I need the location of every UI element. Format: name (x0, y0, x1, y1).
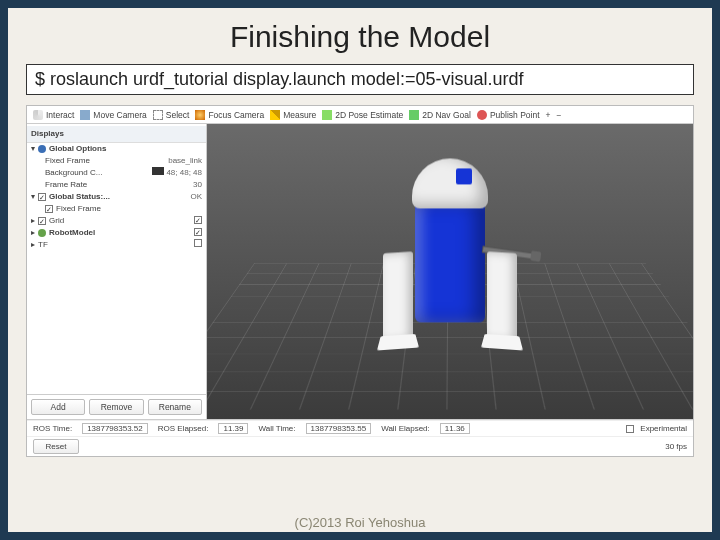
publish-point-button[interactable]: Publish Point (477, 110, 540, 120)
checkbox[interactable] (194, 216, 202, 224)
slide-inner: Finishing the Model $ roslaunch urdf_tut… (8, 8, 712, 532)
time-bar: ROS Time: 1387798353.52 ROS Elapsed: 11.… (27, 420, 693, 436)
fps-display: 30 fps (665, 442, 687, 451)
robot-foot (377, 333, 419, 350)
wall-time-label: Wall Time: (258, 424, 295, 433)
nav-goal-icon (409, 110, 419, 120)
status-bars: ROS Time: 1387798353.52 ROS Elapsed: 11.… (27, 419, 693, 456)
tree-robot-model[interactable]: ▸ RobotModel (27, 227, 206, 239)
select-icon (153, 110, 163, 120)
wall-elapsed-label: Wall Elapsed: (381, 424, 430, 433)
displays-tree[interactable]: Displays ▾ Global Options Fixed Framebas… (27, 124, 206, 394)
remove-button[interactable]: Remove (89, 399, 143, 415)
robot-foot (481, 333, 523, 350)
focus-camera-button[interactable]: Focus Camera (195, 110, 264, 120)
ros-time-label: ROS Time: (33, 424, 72, 433)
measure-icon (270, 110, 280, 120)
publish-point-icon (477, 110, 487, 120)
robot-eye (456, 168, 472, 184)
checkbox[interactable] (194, 239, 202, 247)
rviz-toolbar: Interact Move Camera Select Focus Camera… (27, 106, 693, 124)
robot-head (412, 158, 488, 208)
robot-leg-right (487, 251, 517, 341)
slide: Finishing the Model $ roslaunch urdf_tut… (0, 0, 720, 540)
bottom-bar: Reset 30 fps (27, 436, 693, 456)
robot-icon (38, 229, 46, 237)
tree-frame-rate[interactable]: Frame Rate30 (27, 179, 206, 191)
nav-goal-button[interactable]: 2D Nav Goal (409, 110, 471, 120)
robot-model (415, 202, 485, 322)
displays-panel: Displays ▾ Global Options Fixed Framebas… (27, 124, 207, 419)
tree-fixed-frame-2[interactable]: Fixed Frame (27, 203, 206, 215)
rviz-main: Displays ▾ Global Options Fixed Framebas… (27, 124, 693, 419)
wall-time-value: 1387798353.55 (306, 423, 372, 434)
pose-estimate-button[interactable]: 2D Pose Estimate (322, 110, 403, 120)
experimental-checkbox[interactable] (626, 425, 634, 433)
check-icon (45, 205, 53, 213)
command-box: $ roslaunch urdf_tutorial display.launch… (26, 64, 694, 95)
move-camera-icon (80, 110, 90, 120)
displays-buttons: Add Remove Rename (27, 394, 206, 419)
tree-background[interactable]: Background C... 48; 48; 48 (27, 167, 206, 179)
rviz-window: Interact Move Camera Select Focus Camera… (26, 105, 694, 457)
status-ok-icon (38, 193, 46, 201)
reset-button[interactable]: Reset (33, 439, 79, 454)
ros-elapsed-value: 11.39 (218, 423, 248, 434)
add-button[interactable]: Add (31, 399, 85, 415)
tree-tf[interactable]: ▸ TF (27, 239, 206, 251)
toolbar-minus-button[interactable]: − (557, 110, 562, 120)
tree-global-options[interactable]: ▾ Global Options (27, 143, 206, 155)
check-icon (38, 217, 46, 225)
wall-elapsed-value: 11.36 (440, 423, 470, 434)
move-camera-button[interactable]: Move Camera (80, 110, 146, 120)
viewport-3d[interactable] (207, 124, 693, 419)
measure-button[interactable]: Measure (270, 110, 316, 120)
ros-elapsed-label: ROS Elapsed: (158, 424, 209, 433)
focus-icon (195, 110, 205, 120)
robot-leg-left (383, 251, 413, 341)
interact-button[interactable]: Interact (33, 110, 74, 120)
experimental-label: Experimental (640, 424, 687, 433)
displays-header: Displays (27, 126, 206, 143)
tree-fixed-frame[interactable]: Fixed Framebase_link (27, 155, 206, 167)
rename-button[interactable]: Rename (148, 399, 202, 415)
toolbar-plus-button[interactable]: + (546, 110, 551, 120)
copyright-text: (C)2013 Roi Yehoshua (0, 515, 720, 530)
tree-global-status[interactable]: ▾ Global Status:...OK (27, 191, 206, 203)
checkbox[interactable] (194, 228, 202, 236)
select-button[interactable]: Select (153, 110, 190, 120)
color-swatch (152, 167, 164, 175)
ros-time-value: 1387798353.52 (82, 423, 148, 434)
robot-torso (415, 202, 485, 322)
tree-grid[interactable]: ▸ Grid (27, 215, 206, 227)
cursor-icon (33, 110, 43, 120)
globe-icon (38, 145, 46, 153)
slide-title: Finishing the Model (230, 20, 490, 54)
pose-estimate-icon (322, 110, 332, 120)
